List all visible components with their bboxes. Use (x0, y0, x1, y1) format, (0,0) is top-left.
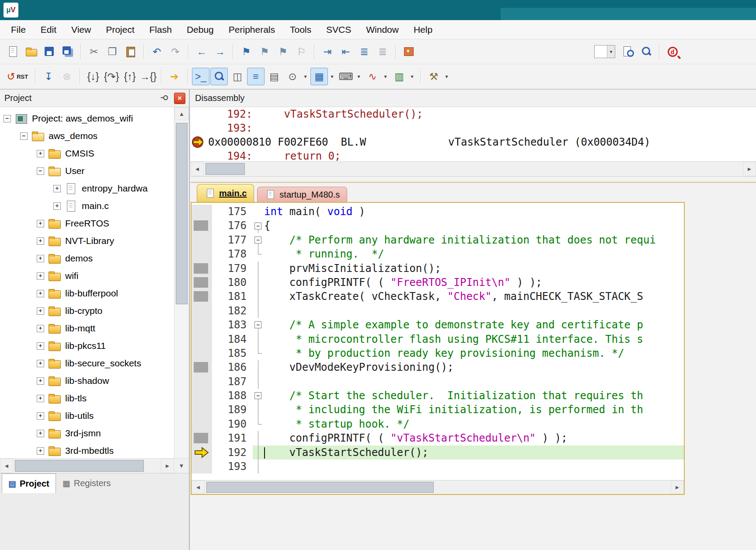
memory-windows-dropdown[interactable]: ▾ (328, 68, 336, 85)
expand-box[interactable]: + (37, 447, 44, 455)
scroll-up-button[interactable]: ▲ (174, 107, 189, 120)
pin-icon[interactable]: ⚲ (160, 95, 170, 101)
analysis-windows-dropdown[interactable]: ▾ (382, 68, 389, 85)
menu-view[interactable]: View (64, 20, 98, 39)
redo-button[interactable]: ↷ (167, 43, 184, 60)
code-line[interactable]: 189 * including the WiFi initialization,… (192, 403, 684, 417)
breakpoint-margin[interactable] (192, 289, 212, 303)
code-line[interactable]: 185 * by production ready key provisioni… (192, 346, 684, 360)
collapse-box[interactable]: − (3, 115, 11, 122)
breakpoint-margin[interactable] (192, 417, 212, 431)
tree-item-demos[interactable]: +demos (0, 250, 174, 267)
paste-button[interactable] (122, 43, 139, 60)
horizontal-scroll-thumb[interactable] (206, 163, 245, 175)
expand-box[interactable]: + (37, 150, 44, 157)
collapse-box[interactable]: − (37, 167, 44, 175)
tree-item-lib-crypto[interactable]: +lib-crypto (0, 302, 174, 320)
next-bookmark-button[interactable]: ⚑ (274, 43, 292, 60)
scroll-left-button[interactable]: ◄ (0, 459, 13, 473)
breakpoint-margin[interactable] (192, 219, 212, 233)
previous-bookmark-button[interactable]: ⚑ (256, 43, 273, 60)
scroll-right-button[interactable]: ► (743, 162, 756, 176)
menu-window[interactable]: Window (359, 20, 406, 39)
watch-windows-button[interactable]: ⊙ (284, 68, 301, 85)
fold-collapse-box[interactable]: − (254, 321, 261, 328)
comment-selection-button[interactable]: ≣ (355, 43, 373, 60)
scroll-right-button[interactable]: ► (161, 459, 174, 473)
code-line[interactable]: 180 configPRINTF( ( "FreeRTOS_IPInit\n" … (192, 275, 684, 289)
code-line[interactable]: 192 vTaskStartScheduler(); (192, 446, 684, 459)
fold-marker[interactable]: − (253, 219, 264, 233)
save-all-button[interactable] (59, 43, 77, 60)
expand-box[interactable]: + (37, 377, 44, 385)
breakpoint-margin[interactable] (192, 389, 212, 403)
fold-collapse-box[interactable]: − (254, 392, 261, 399)
breakpoint-margin[interactable] (192, 346, 212, 360)
expand-box[interactable]: + (37, 430, 44, 437)
scroll-down-button[interactable]: ▼ (174, 458, 189, 473)
horizontal-scroll-track[interactable] (205, 480, 671, 494)
call-stack-window-button[interactable]: ▤ (265, 68, 283, 85)
expand-box[interactable]: + (53, 202, 61, 210)
disassembly-content[interactable]: 192: vTaskStartScheduler(); 193: 0x00000… (191, 107, 756, 161)
project-tree-horizontal-scrollbar[interactable]: ◄ ► (0, 458, 174, 473)
expand-box[interactable]: + (37, 272, 44, 280)
step-over-button[interactable]: {↷} (103, 68, 120, 85)
tree-item-cmsis[interactable]: +CMSIS (0, 145, 174, 162)
expand-box[interactable]: + (37, 325, 44, 332)
copy-button[interactable]: ❐ (104, 43, 121, 60)
unindent-button[interactable]: ⇤ (337, 43, 355, 60)
step-into-button[interactable]: {↓} (84, 68, 102, 85)
vertical-scroll-thumb[interactable] (176, 123, 188, 304)
code-line[interactable]: 183− /* A simple example to demonstrate … (192, 318, 684, 332)
expand-box[interactable]: + (37, 307, 44, 315)
close-panel-button[interactable]: × (174, 93, 185, 104)
editor-horizontal-scrollbar[interactable]: ◄ ► (192, 480, 684, 494)
code-line[interactable]: 191 configPRINTF( ( "vTaskStartScheduler… (192, 431, 684, 445)
tree-item-aws-demos[interactable]: −aws_demos (0, 127, 174, 145)
breakpoint-margin[interactable] (192, 275, 212, 289)
menu-tools[interactable]: Tools (282, 20, 319, 39)
tab-project[interactable]: ▤Project (2, 473, 56, 493)
horizontal-scroll-track[interactable] (13, 459, 161, 473)
expand-box[interactable]: + (37, 220, 44, 227)
expand-box[interactable]: + (37, 395, 44, 402)
expand-box[interactable]: + (37, 290, 44, 297)
system-viewer-windows-button[interactable]: ▥ (390, 68, 408, 85)
tree-item-lib-mqtt[interactable]: +lib-mqtt (0, 320, 174, 337)
scroll-right-button[interactable]: ► (671, 480, 684, 494)
menu-file[interactable]: File (3, 20, 33, 39)
tree-item-project-aws-demos-wifi[interactable]: −Project: aws_demos_wifi (0, 110, 174, 127)
tree-item-main-c[interactable]: +main.c (0, 197, 174, 215)
fold-marker[interactable]: − (253, 318, 264, 332)
indent-button[interactable]: ⇥ (319, 43, 336, 60)
run-to-cursor-line-button[interactable]: →{} (139, 68, 157, 85)
code-line[interactable]: 188− /* Start the scheduler. Initializat… (192, 389, 684, 403)
breakpoint-margin[interactable] (192, 459, 212, 473)
menu-project[interactable]: Project (98, 20, 142, 39)
serial-windows-dropdown[interactable]: ▾ (355, 68, 362, 85)
registers-window-button[interactable]: ≡ (247, 68, 265, 85)
tree-item-lib-tls[interactable]: +lib-tls (0, 390, 174, 407)
breakpoint-margin[interactable] (192, 247, 212, 261)
debug-toolbox-dropdown[interactable]: ▾ (443, 68, 450, 85)
run-button[interactable]: ↧ (40, 68, 57, 85)
horizontal-scroll-thumb[interactable] (15, 460, 144, 472)
memory-windows-button[interactable]: ▦ (310, 68, 328, 85)
breakpoint-margin[interactable] (192, 446, 212, 459)
code-line[interactable]: 178 * running. */ (192, 247, 684, 261)
code-line[interactable]: 190 * startup hook. */ (192, 417, 684, 431)
menu-edit[interactable]: Edit (33, 20, 64, 39)
breakpoint-margin[interactable] (192, 261, 212, 275)
search-combo[interactable]: ▾ (594, 45, 615, 58)
save-button[interactable] (41, 43, 58, 60)
fold-marker[interactable]: − (253, 389, 264, 403)
tree-item-lib-shadow[interactable]: +lib-shadow (0, 372, 174, 390)
command-window-button[interactable]: >_ (192, 68, 209, 85)
cut-button[interactable]: ✂ (85, 43, 103, 60)
tree-item-entropy-hardwa[interactable]: +entropy_hardwa (0, 180, 174, 197)
scroll-left-button[interactable]: ◄ (192, 480, 205, 494)
code-line[interactable]: 186 vDevModeKeyProvisioning(); (192, 360, 684, 374)
code-line[interactable]: 182 (192, 304, 684, 318)
step-out-button[interactable]: {↑} (121, 68, 139, 85)
